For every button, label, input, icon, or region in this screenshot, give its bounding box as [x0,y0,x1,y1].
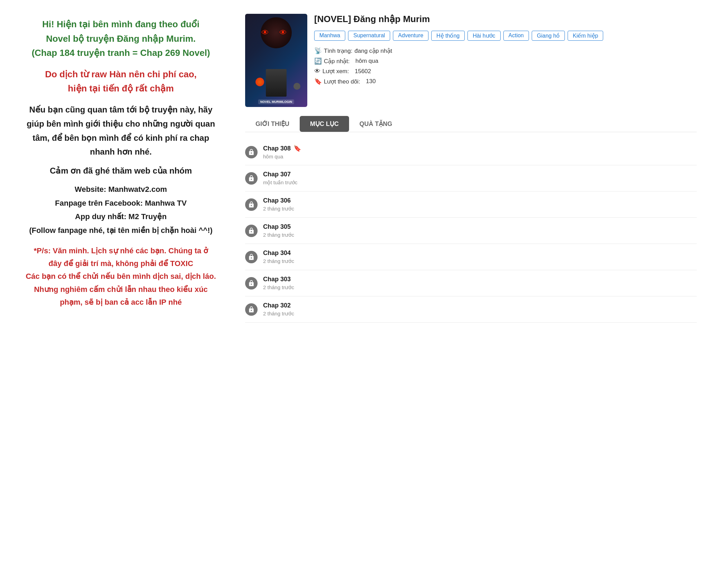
ps-text: *P/s: Văn minh. Lịch sự nhé các bạn. Chú… [14,244,228,309]
views-item: 👁 Lượt xem: 15602 [314,68,697,75]
chapter-item[interactable]: Chap 303 2 tháng trước [245,270,697,296]
lock-svg [248,201,255,208]
follows-item: 🔖 Lượt theo dõi: 130 [314,78,697,85]
bookmark-icon: 🔖 [293,145,301,152]
tag-item[interactable]: Hệ thống [431,31,465,41]
lock-icon [245,277,258,290]
chapter-title: Chap 305 [263,223,697,231]
status-item: 📡 Tình trạng:đang cập nhật [314,47,697,55]
book-meta: 📡 Tình trạng:đang cập nhật 🔄 Cập nhật: h… [314,47,697,85]
tabs-row: GIỚI THIỆUMỤC LỤCQUÀ TẶNG [245,116,697,132]
tag-item[interactable]: Adventure [393,31,428,41]
left-panel: Hi! Hiện tại bên mình đang theo đuổi Nov… [7,7,235,581]
lock-icon [245,146,258,158]
tag-item[interactable]: Supernatural [348,31,390,41]
update-icon: 🔄 [314,57,322,65]
book-title: [NOVEL] Đăng nhập Murim [314,14,697,24]
tag-item[interactable]: Hài hước [467,31,500,41]
lock-icon [245,251,258,263]
views-icon: 👁 [314,68,320,75]
thanks-text: Cảm ơn đã ghé thăm web của nhóm [14,166,228,176]
chapter-item[interactable]: Chap 308 🔖 hôm qua [245,139,697,165]
chapter-title: Chap 306 [263,197,697,204]
website-info: Website: Manhwatv2.com Fanpage trên Face… [14,183,228,237]
lock-svg [248,175,255,182]
right-panel: 👁 👁 NOVEL MURIMLOGIN [NOVEL] Đăng nhập M… [235,7,707,581]
page-container: Hi! Hiện tại bên mình đang theo đuổi Nov… [0,0,714,588]
chapter-title: Chap 308 🔖 [263,145,697,152]
lock-icon [245,225,258,237]
chapter-info: Chap 306 2 tháng trước [263,197,697,212]
cover-label: NOVEL MURIMLOGIN [258,99,294,104]
follows-icon: 🔖 [314,78,322,85]
chapter-info: Chap 302 2 tháng trước [263,302,697,317]
chapter-item[interactable]: Chap 305 2 tháng trước [245,218,697,244]
lock-svg [248,227,255,234]
intro-text: Hi! Hiện tại bên mình đang theo đuổi Nov… [14,17,228,60]
lock-svg [248,306,255,313]
tag-item[interactable]: Giang hồ [532,31,565,41]
book-cover: 👁 👁 NOVEL MURIMLOGIN [245,14,307,107]
chapter-time: 2 tháng trước [263,232,697,238]
chapter-item[interactable]: Chap 307 một tuần trước [245,165,697,192]
chapter-time: 2 tháng trước [263,284,697,291]
chapter-item[interactable]: Chap 306 2 tháng trước [245,192,697,218]
tab-quà-tặng[interactable]: QUÀ TẶNG [349,116,403,132]
chapter-time: 2 tháng trước [263,258,697,264]
lock-icon [245,172,258,185]
tag-item[interactable]: Action [503,31,529,41]
chapter-info: Chap 304 2 tháng trước [263,249,697,264]
cover-face: 👁 👁 [261,17,292,48]
chapter-time: một tuần trước [263,179,697,186]
chapter-title: Chap 304 [263,249,697,257]
support-text: Nếu bạn cũng quan tâm tới bộ truyện này,… [14,103,228,159]
chapter-info: Chap 308 🔖 hôm qua [263,145,697,159]
chapter-item[interactable]: Chap 304 2 tháng trước [245,244,697,270]
chapter-time: 2 tháng trước [263,311,697,317]
book-header: 👁 👁 NOVEL MURIMLOGIN [NOVEL] Đăng nhập M… [245,14,697,107]
tab-mục-lục[interactable]: MỤC LỤC [300,116,349,132]
book-info: [NOVEL] Đăng nhập Murim ManhwaSupernatur… [314,14,697,107]
chapter-title: Chap 303 [263,276,697,283]
chapter-info: Chap 305 2 tháng trước [263,223,697,238]
chapter-list: Chap 308 🔖 hôm qua Chap 307 một tuần trư… [245,139,697,323]
lock-svg [248,254,255,261]
status-icon: 📡 [314,47,322,55]
tags-row: ManhwaSupernaturalAdventureHệ thốngHài h… [314,31,697,41]
lock-icon [245,198,258,211]
chapter-item[interactable]: Chap 302 2 tháng trước [245,296,697,323]
chapter-info: Chap 303 2 tháng trước [263,276,697,291]
update-item: 🔄 Cập nhật: hôm qua [314,57,697,65]
cost-text: Do dịch từ raw Hàn nên chi phí cao, hiện… [14,67,228,96]
chapter-info: Chap 307 một tuần trước [263,171,697,186]
lock-icon [245,303,258,316]
tab-giới-thiệu[interactable]: GIỚI THIỆU [245,116,300,132]
chapter-title: Chap 307 [263,171,697,178]
lock-svg [248,149,255,156]
lock-svg [248,280,255,287]
tag-item[interactable]: Manhwa [314,31,345,41]
tag-item[interactable]: Kiếm hiệp [568,31,603,41]
chapter-time: 2 tháng trước [263,206,697,212]
chapter-time: hôm qua [263,154,697,159]
chapter-title: Chap 302 [263,302,697,309]
